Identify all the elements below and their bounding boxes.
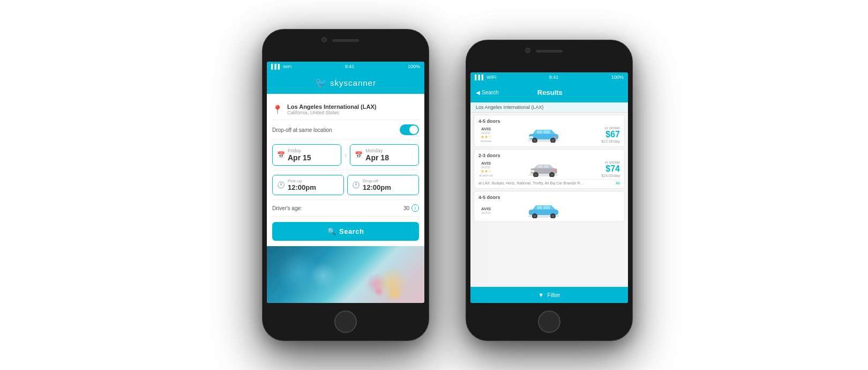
dropoff-date-box[interactable]: 📅 Monday Apr 18 — [350, 144, 419, 166]
result-body-1: AVIS AUTO ★★☆ reviews — [478, 126, 620, 143]
phone-front: ▌▌▌ WiFi 9:41 100% 🐦 skyscanner — [263, 29, 429, 341]
svg-rect-7 — [543, 130, 550, 134]
dropoff-time-value: 12:00pm — [363, 183, 391, 191]
car-image-3 — [497, 202, 590, 218]
info-icon[interactable]: i — [411, 204, 419, 212]
status-bar-front: ▌▌▌ WiFi 9:41 100% — [267, 62, 424, 71]
bokeh-background — [267, 246, 424, 303]
wifi-label-front: WiFi — [283, 64, 291, 69]
result-item-3[interactable]: 4-5 doors AVIS AUTO — [474, 191, 625, 222]
filter-icon: ▼ — [538, 292, 544, 298]
clock-dropoff-icon: 🕛 — [352, 181, 360, 189]
home-button-front[interactable] — [334, 310, 357, 333]
result-category-3: 4-5 doors — [478, 195, 620, 200]
status-bar-back: ▌▌▌ WiFi 9:41 100% — [470, 72, 628, 82]
date-arrow-icon: › — [345, 151, 347, 159]
search-screen: ▌▌▌ WiFi 9:41 100% 🐦 skyscanner — [267, 62, 424, 303]
result-item-2[interactable]: 2-3 doors AVIS AUTO ★★☆ at pick-up — [474, 149, 625, 189]
result-item-1[interactable]: 4-5 doors AVIS AUTO ★★☆ reviews — [474, 115, 625, 147]
pickup-day: Friday — [288, 148, 336, 153]
dropoff-time-label: Drop-off — [363, 179, 391, 183]
dropoff-toggle[interactable] — [400, 124, 419, 135]
pickup-time-value: 12:00pm — [288, 183, 316, 191]
similar-2: or similar — [593, 160, 620, 164]
signal-group-front: ▌▌▌ WiFi — [271, 64, 291, 69]
phone-back: ▌▌▌ WiFi 9:41 100% ◀ Search Results — [466, 40, 632, 341]
result-category-2: 2-3 doors — [478, 153, 620, 158]
pickup-date-box[interactable]: 📅 Friday Apr 15 — [272, 144, 341, 166]
status-time-front: 9:41 — [345, 64, 355, 69]
location-sub: California, United States — [287, 110, 376, 115]
home-button-back[interactable] — [538, 310, 560, 333]
results-subtitle: Los Angeles International (LAX) — [470, 102, 628, 113]
svg-rect-18 — [530, 170, 534, 172]
results-list: 4-5 doors AVIS AUTO ★★☆ reviews — [470, 113, 628, 224]
vendor-name-2: AVIS — [478, 161, 493, 166]
signal-icon-back: ▌▌▌ — [475, 75, 485, 80]
car-image-1 — [497, 127, 590, 143]
svg-rect-8 — [529, 136, 533, 138]
status-time-back: 9:41 — [549, 75, 559, 80]
svg-rect-9 — [554, 136, 557, 138]
pickup-time-label: Pick-up — [288, 179, 316, 183]
bird-icon: 🐦 — [315, 77, 327, 88]
svg-rect-17 — [544, 165, 549, 168]
dropoff-row: Drop-off at same location — [272, 120, 419, 140]
result-body-3: AVIS AUTO — [478, 202, 620, 218]
times-row: 🕛 Pick-up 12:00pm 🕛 Drop-off 12:00pm — [272, 171, 419, 200]
price-2: $74 — [593, 164, 620, 174]
phone-camera-front — [321, 37, 327, 42]
back-label: Search — [482, 90, 499, 95]
app-header: 🐦 skyscanner — [267, 71, 424, 94]
perday-2: $24.63/day — [593, 174, 620, 177]
dropoff-time-box[interactable]: 🕛 Drop-off 12:00pm — [347, 175, 419, 195]
battery-back: 100% — [611, 75, 624, 80]
results-title: Results — [537, 88, 563, 97]
all-link-2[interactable]: All — [616, 181, 620, 185]
svg-point-15 — [550, 173, 553, 176]
phones-container: ▌▌▌ WiFi 9:41 100% ◀ Search Results — [193, 13, 675, 357]
logo-text: skyscanner — [330, 78, 376, 87]
calendar-pickup-icon: 📅 — [277, 151, 285, 159]
pickup-date: Apr 15 — [288, 153, 336, 162]
result-category-1: 4-5 doors — [478, 119, 620, 124]
pickup-time-box[interactable]: 🕛 Pick-up 12:00pm — [272, 175, 344, 195]
car-svg-3 — [526, 202, 561, 218]
dropoff-day: Monday — [365, 148, 414, 153]
location-pin-icon: 📍 — [272, 105, 283, 115]
location-row[interactable]: 📍 Los Angeles International (LAX) Califo… — [272, 99, 419, 120]
phone-speaker-back — [536, 50, 563, 53]
note-2: at pick-up — [478, 174, 493, 177]
dates-row: 📅 Friday Apr 15 › 📅 Monday Apr 18 — [272, 140, 419, 171]
svg-point-13 — [534, 173, 537, 176]
svg-point-23 — [533, 214, 536, 218]
reviews-1: reviews — [478, 139, 493, 143]
vendor-name-1: AVIS — [478, 127, 493, 131]
clock-pickup-icon: 🕛 — [277, 181, 285, 189]
search-label: Search — [339, 227, 364, 235]
search-button[interactable]: 🔍 Search — [272, 222, 419, 241]
car-svg-1 — [526, 127, 561, 143]
filter-bar[interactable]: ▼ Filter — [470, 287, 628, 303]
results-header: ◀ Search Results — [470, 82, 628, 102]
results-screen-container: ▌▌▌ WiFi 9:41 100% ◀ Search Results — [470, 72, 628, 303]
svg-rect-19 — [553, 170, 556, 172]
svg-rect-6 — [537, 130, 542, 134]
result-body-2: AVIS AUTO ★★☆ at pick-up — [478, 160, 620, 177]
svg-point-5 — [551, 139, 555, 142]
search-form: 📍 Los Angeles International (LAX) Califo… — [267, 94, 424, 246]
location-name: Los Angeles International (LAX) — [287, 103, 376, 110]
svg-rect-27 — [543, 206, 550, 209]
back-button[interactable]: ◀ Search — [476, 90, 499, 95]
stars-2: ★★☆ — [478, 169, 493, 174]
search-icon: 🔍 — [327, 227, 336, 235]
status-signal-back: ▌▌▌ WiFi — [475, 75, 496, 80]
suppliers-text-2: at LAX: Budget, Hertz, National, Thrifty… — [478, 181, 586, 185]
phone-speaker-front — [332, 39, 359, 42]
stars-1: ★★☆ — [478, 135, 493, 139]
dropoff-date: Apr 18 — [365, 153, 414, 162]
svg-point-25 — [551, 214, 555, 218]
skyscanner-logo: 🐦 skyscanner — [315, 77, 376, 88]
driver-age-value: 30 — [403, 205, 409, 211]
svg-rect-26 — [537, 206, 542, 209]
